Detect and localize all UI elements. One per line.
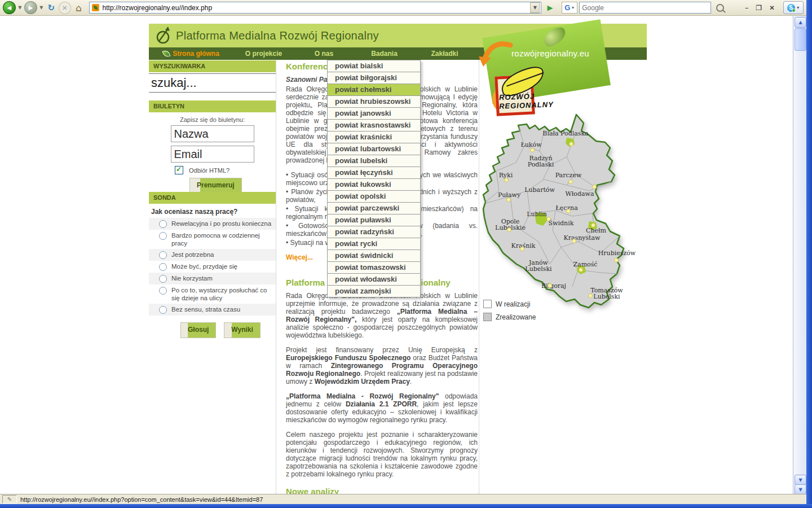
menu-item[interactable]: powiat łęczyński (328, 167, 420, 179)
nav-item[interactable]: Strona główna (149, 50, 233, 58)
menu-item[interactable]: powiat puławski (328, 214, 420, 226)
article2-p4: Celem naszego projektu jest poznanie i s… (286, 431, 478, 478)
html-checkbox-label: Odbiór HTML? (189, 167, 230, 174)
menu-item[interactable]: powiat bialski (328, 60, 420, 72)
menu-item[interactable]: powiat lubelski (328, 155, 420, 167)
skype-icon: S (787, 4, 795, 12)
newsletter-email-field[interactable] (171, 146, 254, 163)
nav-item[interactable]: O projekcie (233, 50, 294, 58)
map-svg (476, 112, 641, 331)
nav-item[interactable]: Kontakt (475, 50, 535, 58)
restore-button[interactable]: ❐ (756, 4, 762, 12)
stop-icon[interactable]: × (59, 2, 71, 14)
address-input[interactable] (102, 3, 531, 12)
scrollbar-thumb[interactable] (795, 28, 806, 51)
radio-icon[interactable] (159, 232, 167, 240)
skype-toolbar-button[interactable]: S ▼ (783, 1, 804, 14)
nav-item[interactable]: Badania (354, 50, 414, 58)
radio-icon[interactable] (159, 287, 167, 295)
menu-item[interactable]: powiat hrubieszowski (328, 96, 420, 108)
poll-option[interactable]: Po co to, wystarczy posłuchać co się dzi… (149, 284, 276, 304)
newsletter-prompt: Zapisz się do biuletynu: (149, 116, 276, 123)
home-icon[interactable]: ⌂ (73, 2, 85, 14)
google-logo-button[interactable]: G▼ (562, 2, 577, 14)
poll-option[interactable]: Bardzo pomocna w codziennej pracy (149, 230, 276, 249)
window-border-right (806, 0, 812, 508)
article2-p2: Projekt jest finansowany przez Unię Euro… (286, 346, 478, 386)
legend-row: W realizacji (483, 300, 530, 308)
menu-item[interactable]: powiat tomaszowski (328, 262, 420, 274)
logo-red-frame (495, 75, 535, 116)
refresh-icon[interactable]: ↻ (46, 2, 57, 14)
radio-icon[interactable] (159, 220, 167, 228)
menu-item[interactable]: powiat janowski (328, 108, 420, 120)
menu-item[interactable]: powiat lubartowski (328, 143, 420, 155)
logo-text-line1: ROZWÓJ (499, 92, 535, 102)
radio-icon[interactable] (159, 275, 167, 283)
radio-icon[interactable] (159, 251, 167, 259)
minimize-button[interactable]: – (745, 4, 748, 12)
radio-icon[interactable] (159, 263, 167, 271)
forward-history-caret[interactable]: ▼ (39, 5, 44, 10)
subscribe-button[interactable]: Prenumeruj (189, 178, 242, 194)
menu-item[interactable]: powiat świdnicki (328, 250, 420, 262)
poll-question: Jak oceniasz naszą pracę? (151, 208, 276, 216)
address-bar[interactable]: ▼ (89, 2, 542, 14)
search-input[interactable] (149, 73, 276, 93)
back-button[interactable]: ◀ (3, 1, 16, 14)
html-checkbox[interactable] (175, 166, 183, 174)
main-nav: Strona główna O projekcie O nas Badania … (149, 47, 647, 60)
menu-item[interactable]: powiat rycki (328, 238, 420, 250)
legend-swatch (483, 300, 492, 308)
menu-item[interactable]: powiat opolski (328, 191, 420, 203)
more-link[interactable]: Więcej... (286, 253, 313, 261)
poll-section-title: SONDA (149, 192, 276, 204)
menu-item[interactable]: powiat krasnostawski (328, 120, 420, 132)
menu-item[interactable]: powiat biłgorajski (328, 72, 420, 84)
compass-logo-icon (155, 27, 171, 45)
voivodeship-map[interactable]: Biała PodlaskaŁukówRadzyń PodlaskiParcze… (476, 112, 646, 349)
poll-option[interactable]: Nie korzystam (149, 273, 276, 284)
radio-icon[interactable] (159, 306, 167, 314)
forward-button[interactable]: ▶ (24, 1, 37, 14)
status-url: http://rozwojregionalny.eu//index.php?op… (20, 496, 263, 503)
poll-option[interactable]: Bez sensu, strata czasu (149, 304, 276, 316)
powiat-dropdown-menu: powiat bialskipowiat biłgorajskipowiat c… (327, 60, 421, 297)
back-history-caret[interactable]: ▼ (17, 5, 23, 10)
status-bar: ✎ http://rozwojregionalny.eu//index.php?… (0, 494, 806, 504)
map-outline (483, 115, 624, 308)
link-cursor-icon: ✎ (2, 495, 17, 503)
poll-option[interactable]: Może być, przydaje się (149, 261, 276, 273)
close-button[interactable]: ✕ (769, 4, 775, 12)
menu-item[interactable]: powiat włodawski (328, 274, 420, 286)
page-viewport: Platforma Medialna Rozwój Regionalny Str… (0, 16, 793, 494)
address-dropdown-caret[interactable]: ▼ (530, 2, 540, 13)
scroll-up-icon[interactable]: ▲ (795, 17, 806, 28)
leaf-icon (162, 50, 171, 58)
site-title: Platforma Medialna Rozwój Regionalny (176, 29, 379, 42)
nav-item[interactable]: O nas (294, 50, 354, 58)
menu-item[interactable]: powiat kraśnicki (328, 132, 420, 143)
site-header: Platforma Medialna Rozwój Regionalny (149, 24, 647, 47)
search-section-title: WYSZUKIWARKA (149, 60, 276, 72)
legend-row: Zrealizowane (483, 313, 536, 321)
menu-item[interactable]: powiat radzyński (328, 226, 420, 238)
newsletter-name-field[interactable] (171, 125, 254, 142)
article3-title: Nowe analizy (286, 487, 478, 494)
menu-item[interactable]: powiat parczewski (328, 203, 420, 214)
logo-yellow-leaf-icon (498, 64, 548, 99)
search-magnifier-icon[interactable] (716, 4, 724, 12)
vote-button[interactable]: Głosuj (180, 322, 216, 338)
menu-item[interactable]: powiat łukowski (328, 179, 420, 191)
nav-item[interactable]: Zakładki (414, 50, 475, 58)
google-search-input[interactable] (579, 2, 711, 14)
vertical-scrollbar[interactable]: ▲ ▼ ▼ (793, 16, 806, 494)
article2-p3: „Platforma Medialna - Rozwój Regionalny"… (286, 392, 478, 424)
poll-option[interactable]: Jest potrzebna (149, 249, 276, 261)
logo-text-line2: REGIONALNY (499, 100, 554, 110)
menu-item[interactable]: powiat zamojski (328, 286, 420, 297)
go-button[interactable]: ▶ (543, 1, 557, 14)
poll-option[interactable]: Rewelacyjna i po prostu konieczna (149, 218, 276, 230)
menu-item[interactable]: powiat chełmski (328, 84, 420, 96)
results-button[interactable]: Wyniki (224, 322, 260, 338)
